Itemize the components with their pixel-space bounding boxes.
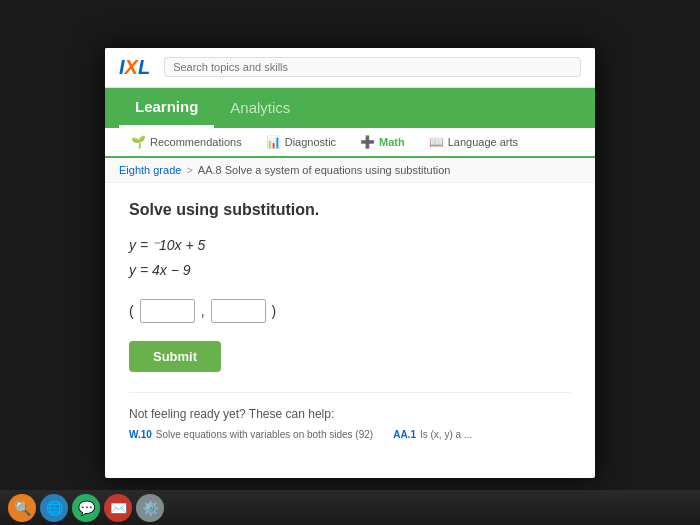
nav-tab-learning[interactable]: Learning	[119, 88, 214, 128]
top-bar: I X L	[105, 48, 595, 88]
sub-tabs: 🌱 Recommendations 📊 Diagnostic ➕ Math 📖 …	[105, 128, 595, 158]
equation-1: y = ⁻10x + 5	[129, 233, 571, 258]
main-window: I X L Learning Analytics 🌱 Recommendatio…	[105, 48, 595, 478]
subtab-diagnostic[interactable]: 📊 Diagnostic	[254, 128, 348, 156]
breadcrumb-skill: AA.8 Solve a system of equations using s…	[198, 164, 451, 176]
help-link-w10-code: W.10	[129, 429, 152, 440]
subtab-recommendations[interactable]: 🌱 Recommendations	[119, 128, 254, 156]
ixl-logo: I X L	[119, 56, 150, 79]
taskbar-icon-messages[interactable]: 💬	[72, 494, 100, 522]
taskbar-icon-settings[interactable]: ⚙️	[136, 494, 164, 522]
answer-y-input[interactable]	[211, 299, 266, 323]
answer-comma: ,	[201, 303, 205, 319]
taskbar: 🔍 🌐 💬 ✉️ ⚙️	[0, 490, 700, 525]
equations: y = ⁻10x + 5 y = 4x − 9	[129, 233, 571, 283]
taskbar-icon-browser[interactable]: 🌐	[40, 494, 68, 522]
logo-x: X	[125, 56, 138, 79]
answer-open-paren: (	[129, 303, 134, 319]
help-link-w10-text: Solve equations with variables on both s…	[156, 429, 373, 440]
breadcrumb-grade[interactable]: Eighth grade	[119, 164, 181, 176]
help-link-aa1-code: AA.1	[393, 429, 416, 440]
equation-2: y = 4x − 9	[129, 258, 571, 283]
help-link-aa1-text: Is (x, y) a ...	[420, 429, 472, 440]
submit-button[interactable]: Submit	[129, 341, 221, 372]
help-links: W.10 Solve equations with variables on b…	[129, 429, 571, 440]
breadcrumb: Eighth grade > AA.8 Solve a system of eq…	[105, 158, 595, 183]
main-nav: Learning Analytics	[105, 88, 595, 128]
answer-area: ( , )	[129, 299, 571, 323]
problem-title: Solve using substitution.	[129, 201, 571, 219]
logo-l: L	[138, 56, 150, 79]
help-link-aa1[interactable]: AA.1 Is (x, y) a ...	[393, 429, 472, 440]
nav-tab-analytics[interactable]: Analytics	[214, 89, 306, 126]
problem-content: Solve using substitution. y = ⁻10x + 5 y…	[105, 183, 595, 458]
breadcrumb-separator: >	[186, 164, 192, 176]
help-link-w10[interactable]: W.10 Solve equations with variables on b…	[129, 429, 373, 440]
answer-close-paren: )	[272, 303, 277, 319]
search-input[interactable]	[164, 57, 581, 77]
language-arts-icon: 📖	[429, 135, 444, 149]
diagnostic-icon: 📊	[266, 135, 281, 149]
math-icon: ➕	[360, 135, 375, 149]
help-section: Not feeling ready yet? These can help: W…	[129, 392, 571, 440]
taskbar-icon-mail[interactable]: ✉️	[104, 494, 132, 522]
help-title: Not feeling ready yet? These can help:	[129, 407, 571, 421]
recommendations-icon: 🌱	[131, 135, 146, 149]
subtab-math[interactable]: ➕ Math	[348, 128, 417, 158]
subtab-language-arts[interactable]: 📖 Language arts	[417, 128, 530, 156]
taskbar-icon-finder[interactable]: 🔍	[8, 494, 36, 522]
answer-x-input[interactable]	[140, 299, 195, 323]
